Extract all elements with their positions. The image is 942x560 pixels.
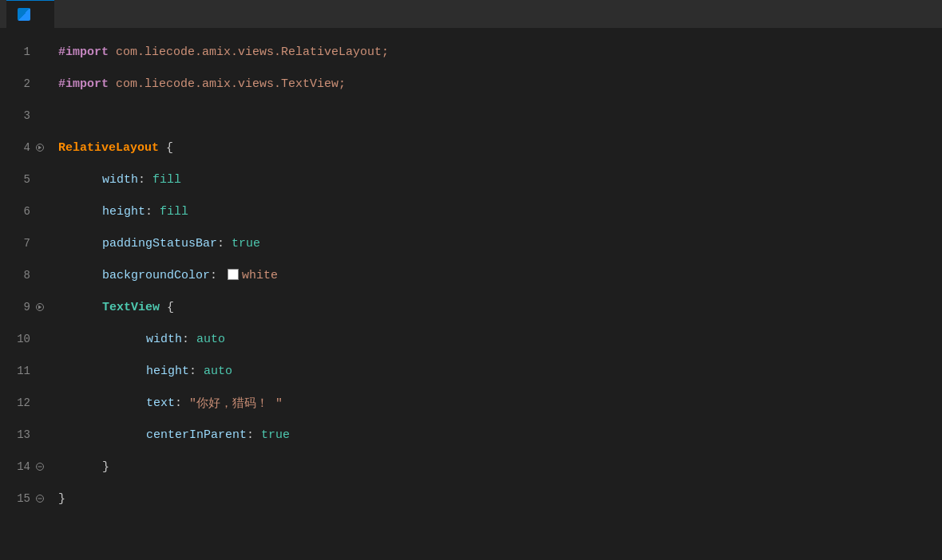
token-c-plain (159, 141, 166, 155)
svg-marker-3 (38, 306, 42, 310)
line-number: 3 (8, 109, 30, 122)
line-number: 12 (8, 396, 30, 409)
line-number: 6 (8, 205, 30, 218)
gutter-row: 14 (8, 451, 46, 483)
gutter-row: 11 (8, 355, 46, 387)
gutter-row: 9 (8, 291, 46, 323)
line-number: 2 (8, 77, 30, 90)
line-number: 4 (8, 141, 30, 154)
title-bar (0, 0, 942, 28)
token-c-value-string: "你好，猎码！ " (189, 396, 283, 411)
line-number: 15 (8, 492, 30, 505)
gutter-row: 5 (8, 164, 46, 195)
token-c-property: centerInParent (146, 428, 247, 442)
fold-collapse-icon[interactable] (34, 301, 46, 314)
line-number: 5 (8, 173, 30, 186)
gutter-row: 6 (8, 195, 46, 227)
token-c-property: width (146, 333, 182, 346)
token-c-import-path: com.liecode.amix.views.TextView; (116, 77, 346, 91)
editor: 123456789101112131415 #import com.liecod… (0, 28, 942, 560)
token-c-colon: : (189, 365, 204, 378)
token-c-value-fill: fill (160, 205, 188, 219)
token-c-property: width (102, 173, 138, 187)
gutter-row: 3 (8, 100, 46, 132)
token-c-value-auto: auto (204, 365, 232, 378)
token-c-bracket: { (166, 141, 173, 155)
token-c-bracket: } (58, 492, 65, 506)
token-c-property: text (146, 396, 175, 410)
gutter-row: 10 (8, 323, 46, 355)
gutter-row: 7 (8, 227, 46, 259)
line-number: 14 (8, 460, 30, 473)
code-line: } (58, 483, 942, 515)
token-c-class: TextView (102, 301, 160, 314)
token-c-bracket: { (167, 301, 174, 314)
svg-rect-7 (38, 499, 42, 499)
fold-collapse-icon[interactable] (34, 141, 46, 154)
code-line: #import com.liecode.amix.views.RelativeL… (58, 36, 942, 68)
gutter-row: 13 (8, 419, 46, 451)
fold-end-icon[interactable] (34, 492, 46, 505)
token-c-value-true: true (232, 237, 260, 250)
code-line: TextView { (58, 291, 942, 323)
token-c-import: #import (58, 45, 109, 59)
token-c-colon: : (217, 237, 232, 250)
svg-marker-1 (38, 146, 42, 150)
token-c-property: paddingStatusBar (102, 237, 217, 250)
color-swatch-white (228, 269, 239, 280)
line-number: 11 (8, 365, 30, 377)
token-c-import-path: com.liecode.amix.views.RelativeLayout; (116, 45, 389, 59)
gutter-row: 15 (8, 483, 46, 515)
fold-end-icon[interactable] (34, 460, 46, 473)
token-c-colon: : (210, 269, 224, 282)
code-line: } (58, 451, 942, 483)
code-line: height: fill (58, 195, 942, 227)
token-c-value-white: white (242, 269, 278, 282)
code-line: paddingStatusBar: true (58, 227, 942, 259)
gutter-row: 1 (8, 36, 46, 68)
gutter-row: 8 (8, 259, 46, 291)
code-line: centerInParent: true (58, 419, 942, 451)
code-line: height: auto (58, 355, 942, 387)
code-line: width: fill (58, 164, 942, 195)
code-line: RelativeLayout { (58, 132, 942, 164)
code-line: backgroundColor: white (58, 259, 942, 291)
tab-file-icon (18, 8, 30, 21)
gutter-row: 2 (8, 68, 46, 100)
line-number: 9 (8, 301, 30, 314)
token-c-value-true: true (261, 428, 290, 442)
code-line: width: auto (58, 323, 942, 355)
code-area: #import com.liecode.amix.views.RelativeL… (54, 36, 942, 560)
token-c-colon: : (145, 205, 160, 219)
token-c-colon: : (247, 428, 261, 442)
token-c-plain (109, 45, 116, 59)
token-c-keyword: RelativeLayout (58, 141, 159, 155)
gutter-row: 12 (8, 387, 46, 419)
line-number: 1 (8, 45, 30, 58)
token-c-value-fill: fill (152, 173, 181, 187)
code-line (58, 100, 942, 132)
line-number: 7 (8, 237, 30, 250)
token-c-plain (109, 77, 116, 91)
editor-tab[interactable] (6, 0, 54, 28)
token-c-import: #import (58, 77, 109, 91)
token-c-colon: : (175, 396, 189, 410)
token-c-property: height (146, 365, 189, 378)
line-number: 13 (8, 428, 30, 441)
line-number: 10 (8, 333, 30, 345)
code-line: #import com.liecode.amix.views.TextView; (58, 68, 942, 100)
code-line: text: "你好，猎码！ " (58, 387, 942, 419)
token-c-colon: : (182, 333, 196, 346)
line-gutter: 123456789101112131415 (0, 36, 54, 560)
token-c-value-auto: auto (196, 333, 225, 346)
gutter-row: 4 (8, 132, 46, 164)
svg-rect-5 (38, 467, 42, 467)
line-number: 8 (8, 269, 30, 282)
token-c-plain (160, 301, 167, 314)
token-c-colon: : (138, 173, 152, 187)
token-c-bracket: } (102, 460, 109, 474)
token-c-property: backgroundColor (102, 269, 210, 282)
token-c-property: height (102, 205, 145, 219)
